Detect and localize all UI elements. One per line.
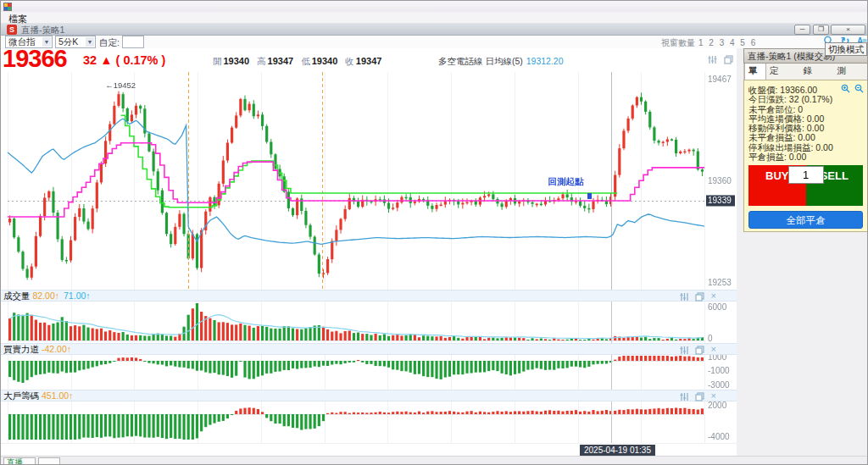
- close-value: 19347: [356, 56, 382, 66]
- app-logo-icon: S: [7, 25, 17, 35]
- backtest-start-marker: [587, 193, 592, 199]
- window-titlebar: [1, 1, 868, 12]
- open-label: 開: [213, 56, 222, 66]
- open-value: 19340: [224, 56, 250, 66]
- custom-interval-label: 自定:: [99, 37, 120, 49]
- mdi-titlebar: S 直播-策略1 ─ ❐ ×: [1, 24, 868, 36]
- indicator-settings-icon[interactable]: [680, 346, 689, 355]
- trade-panel-title: 直播-策略1 (模擬交易) 切換模式: [743, 48, 868, 64]
- force-pane-header: 買賣力道-42.00↑ ×: [1, 343, 737, 355]
- restore-button[interactable]: ❐: [813, 25, 829, 35]
- switch-mode-button[interactable]: 切換模式: [825, 42, 867, 56]
- crosshair-timestamp: 2025-04-19 01:35: [580, 445, 655, 456]
- status-bar: 直播: [1, 456, 868, 465]
- price-change: 32 ▲ ( 0.17% ): [83, 53, 165, 67]
- order-row: BUY SELL: [748, 165, 863, 206]
- close-pane-icon[interactable]: ×: [711, 291, 716, 301]
- volume-pane-header: 成交量82.00↑71.00↑ ×: [1, 290, 737, 302]
- backtest-start-annotation: 回測起點: [548, 176, 583, 188]
- chips-pane-icons: ×: [676, 390, 716, 401]
- chevron-down-icon: ▼: [86, 37, 94, 47]
- zoom-out-icon[interactable]: [854, 84, 865, 93]
- info-closed-pnl: 平倉損益: 0.00: [748, 152, 863, 162]
- chips-chart[interactable]: [1, 401, 737, 443]
- close-pane-icon[interactable]: ×: [711, 344, 716, 354]
- app-window: 檔案 S 直播-策略1 ─ ❐ × 微台指▼ 5分K▼ 自定: 視窗數量1 2 …: [0, 0, 868, 465]
- force-value: -42.00↑: [42, 344, 71, 354]
- font-zoom-icons: [841, 81, 865, 97]
- low-value: 19340: [312, 56, 338, 66]
- trade-panel: 直播-策略1 (模擬交易) 切換模式 下單 策略設定 交易記錄 歷史回測 收盤價…: [743, 48, 868, 232]
- indicator-readout: 多空電話線 日均線(5)19312.20: [438, 56, 564, 68]
- window-count-label: 視窗數量: [661, 38, 695, 47]
- window-count[interactable]: 視窗數量1 2 3 4 5 6: [661, 37, 757, 49]
- chips-value: 451.00↑: [42, 390, 73, 401]
- force-pane-icons: ×: [676, 344, 716, 355]
- chips-label: 大戶籌碼: [3, 390, 39, 401]
- chips-pane-header: 大戶籌碼451.00↑ ×: [1, 390, 737, 401]
- indicator-settings-icon[interactable]: [708, 55, 717, 64]
- copy-window-icon[interactable]: [724, 55, 733, 64]
- indicator-label: 多空電話線 日均線(5): [438, 56, 523, 66]
- indicator-value: 19312.20: [526, 56, 564, 66]
- close-pane-icon[interactable]: ×: [711, 390, 716, 401]
- copy-window-icon[interactable]: [695, 392, 704, 401]
- last-price: 19366: [3, 45, 67, 73]
- indicator-settings-icon[interactable]: [680, 392, 689, 401]
- close-button[interactable]: ×: [831, 25, 865, 35]
- high-value: 19347: [268, 56, 294, 66]
- volume-chart[interactable]: [1, 302, 737, 343]
- peak-price-annotation: ←19452: [105, 80, 136, 90]
- copy-window-icon[interactable]: [695, 346, 704, 355]
- ohlc-readout: 開19340高19347低19340收19347: [213, 56, 389, 68]
- status-empty-field: [38, 457, 60, 465]
- close-all-positions-button[interactable]: 全部平倉: [748, 211, 863, 229]
- chart-column: 19366 32 ▲ ( 0.17% ) 開19340高19347低19340收…: [1, 48, 737, 456]
- low-label: 低: [301, 56, 310, 66]
- custom-interval-input[interactable]: [122, 36, 144, 48]
- force-chart[interactable]: [1, 355, 737, 390]
- order-panel-body: 收盤價: 19366.00 今日漲跌: 32 (0.17%) 未平倉部位: 0 …: [743, 80, 868, 232]
- copy-window-icon[interactable]: [695, 292, 704, 302]
- high-label: 高: [257, 56, 266, 66]
- volume-value-1: 82.00↑: [33, 291, 60, 301]
- volume-label: 成交量: [3, 291, 31, 301]
- window-count-numbers[interactable]: 1 2 3 4 5 6: [698, 38, 757, 47]
- app-icon: [3, 3, 12, 11]
- main-price-chart[interactable]: [1, 72, 737, 290]
- indicator-settings-icon[interactable]: [680, 292, 689, 302]
- zoom-in-icon[interactable]: [841, 84, 851, 93]
- force-label: 買賣力道: [3, 344, 39, 354]
- status-mode-field: 直播: [3, 457, 36, 465]
- volume-value-2: 71.00↑: [64, 291, 91, 301]
- toolbar: 微台指▼ 5分K▼ 自定: 視窗數量1 2 3 4 5 6 ↻ A≡: [1, 36, 868, 48]
- trade-panel-tabs: 下單 策略設定 交易記錄 歷史回測: [743, 64, 868, 80]
- quote-info-bar: 19366 32 ▲ ( 0.17% ) 開19340高19347低19340收…: [1, 48, 737, 72]
- menu-bar: 檔案: [1, 12, 868, 24]
- volume-pane-icons: ×: [676, 291, 716, 302]
- close-label: 收: [345, 56, 354, 66]
- position-info-list: 收盤價: 19366.00 今日漲跌: 32 (0.17%) 未平倉部位: 0 …: [748, 86, 863, 162]
- mdi-title: 直播-策略1: [21, 25, 64, 36]
- minimize-button[interactable]: ─: [794, 25, 810, 35]
- trade-panel-title-text: 直播-策略1 (模擬交易): [748, 51, 835, 61]
- time-axis-strip: 2025-04-19 01:35: [1, 443, 737, 456]
- quantity-input[interactable]: [788, 166, 824, 184]
- chart-header-icons: [704, 52, 733, 67]
